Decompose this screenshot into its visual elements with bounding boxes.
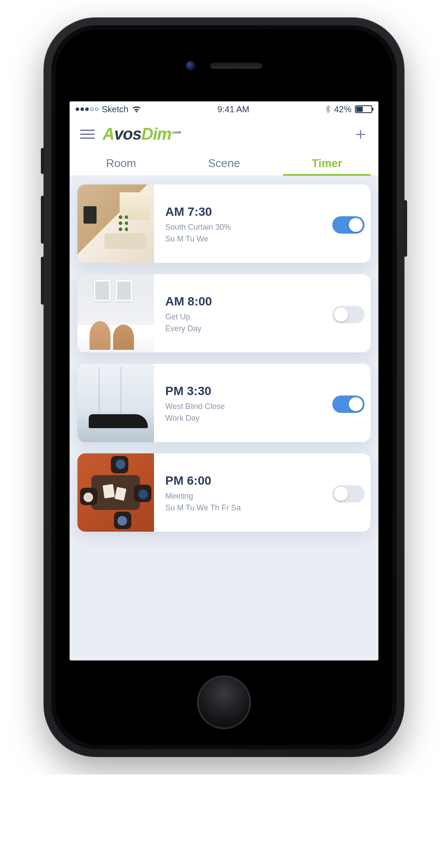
timer-detail: Meeting xyxy=(165,490,332,502)
status-time: 9:41 AM xyxy=(217,104,249,114)
phone-frame: Sketch 9:41 AM 42% AvosDim.com xyxy=(43,17,405,757)
front-camera xyxy=(186,61,195,70)
phone-hardware-top xyxy=(56,30,392,101)
timer-detail: Get Up xyxy=(165,311,332,323)
screen: Sketch 9:41 AM 42% AvosDim.com xyxy=(70,101,378,660)
carrier-label: Sketch xyxy=(102,104,128,114)
timer-toggle[interactable] xyxy=(332,216,364,234)
signal-icon xyxy=(76,107,98,111)
battery-percent: 42% xyxy=(334,104,351,114)
timer-toggle[interactable] xyxy=(332,485,364,503)
timer-thumbnail xyxy=(77,184,154,263)
tab-timer[interactable]: Timer xyxy=(275,150,378,175)
timer-card[interactable]: AM 8:00 Get Up Every Day xyxy=(77,274,371,352)
timer-repeat: Su M Tu We Th Fr Sa xyxy=(165,502,332,514)
app-logo: AvosDim.com xyxy=(103,125,181,144)
timer-repeat: Work Day xyxy=(165,412,332,424)
timer-time: AM 8:00 xyxy=(165,295,332,308)
battery-icon xyxy=(355,105,372,113)
timer-repeat: Su M Tu We xyxy=(165,233,332,245)
timer-time: AM 7:30 xyxy=(165,205,332,219)
timer-card[interactable]: PM 6:00 Meeting Su M Tu We Th Fr Sa xyxy=(77,453,371,532)
timer-thumbnail xyxy=(77,364,154,442)
timer-time: PM 6:00 xyxy=(165,474,332,488)
timer-repeat: Every Day xyxy=(165,323,332,335)
app-header: AvosDim.com xyxy=(70,117,378,150)
bluetooth-icon xyxy=(325,105,331,113)
timer-detail: South Curtain 30% xyxy=(165,221,332,233)
menu-button[interactable] xyxy=(80,130,95,139)
status-bar: Sketch 9:41 AM 42% xyxy=(70,101,378,117)
tab-scene[interactable]: Scene xyxy=(173,150,276,175)
wifi-icon xyxy=(132,106,141,113)
home-button[interactable] xyxy=(197,675,251,729)
timer-thumbnail xyxy=(77,453,154,532)
timer-toggle[interactable] xyxy=(332,306,364,323)
timer-list[interactable]: AM 7:30 South Curtain 30% Su M Tu We xyxy=(70,176,378,660)
add-button[interactable] xyxy=(353,127,368,142)
tab-room[interactable]: Room xyxy=(70,150,173,175)
timer-card[interactable]: AM 7:30 South Curtain 30% Su M Tu We xyxy=(77,184,371,263)
timer-toggle[interactable] xyxy=(332,395,364,413)
earpiece-speaker xyxy=(210,63,262,69)
tab-bar: Room Scene Timer xyxy=(70,150,378,176)
timer-time: PM 3:30 xyxy=(165,384,332,398)
timer-card[interactable]: PM 3:30 West Blind Close Work Day xyxy=(77,364,371,442)
timer-detail: West Blind Close xyxy=(165,401,332,412)
timer-thumbnail xyxy=(77,274,154,352)
